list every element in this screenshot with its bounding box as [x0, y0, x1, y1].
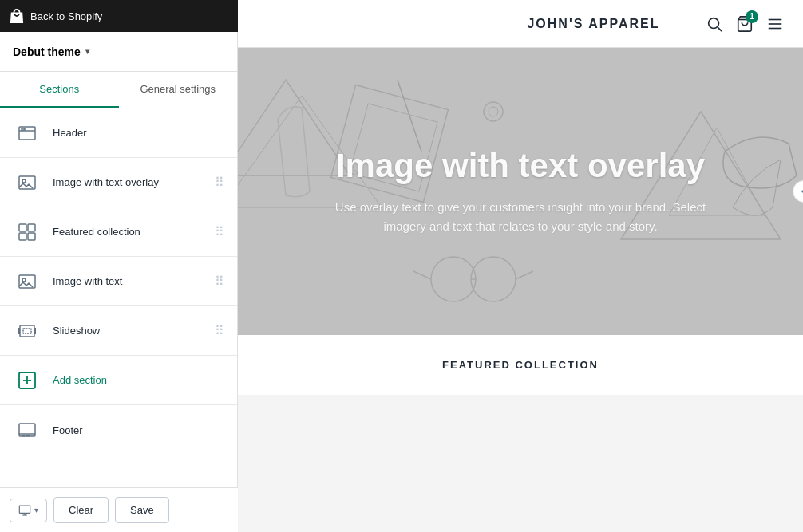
footer-icon — [13, 416, 42, 444]
featured-collection-section: FEATURED COLLECTION — [238, 335, 803, 395]
chevron-down-icon: ▾ — [85, 47, 89, 56]
chevron-down-icon: ▾ — [34, 506, 38, 514]
desktop-icon — [18, 504, 31, 517]
sections-list: Header Image with text overlay ⠿ — [0, 108, 237, 532]
featured-collection-title: FEATURED COLLECTION — [262, 359, 779, 371]
slideshow-label: Slideshow — [53, 325, 215, 337]
hero-title: Image with text overlay — [321, 147, 720, 185]
header-label: Header — [53, 127, 224, 139]
save-button[interactable]: Save — [115, 497, 169, 523]
image-with-text-label: Image with text — [53, 275, 215, 287]
svg-rect-3 — [19, 176, 35, 189]
svg-rect-8 — [28, 233, 35, 240]
hero-subtitle: Use overlay text to give your customers … — [321, 198, 720, 236]
svg-rect-6 — [28, 224, 35, 231]
svg-rect-7 — [19, 233, 26, 240]
store-nav: JOHN'S APPAREL 1 — [238, 0, 803, 48]
shopify-bag-icon — [10, 9, 24, 23]
footer-label: Footer — [53, 424, 224, 436]
nav-icons: 1 — [706, 15, 784, 33]
theme-selector[interactable]: Debut theme ▾ — [0, 32, 237, 72]
clear-button[interactable]: Clear — [53, 497, 109, 523]
svg-rect-5 — [19, 224, 26, 231]
cart-count: 1 — [746, 10, 758, 23]
menu-icon[interactable] — [766, 15, 784, 33]
tab-general-settings[interactable]: General settings — [119, 72, 238, 108]
hero-section: Image with text overlay Use overlay text… — [238, 48, 803, 335]
svg-rect-2 — [22, 128, 25, 130]
preview-area: JOHN'S APPAREL 1 — [238, 0, 803, 532]
svg-rect-14 — [23, 329, 31, 333]
drag-handle-icon[interactable]: ⠿ — [215, 323, 224, 338]
add-section-label: Add section — [53, 374, 107, 386]
svg-point-10 — [22, 278, 26, 282]
svg-point-4 — [22, 179, 26, 183]
header-icon — [13, 119, 42, 148]
add-section-button[interactable]: Add section — [0, 356, 237, 405]
cart-icon[interactable]: 1 — [736, 15, 754, 33]
svg-line-26 — [718, 27, 722, 31]
sidebar: Back to Shopify Debut theme ▾ Sections G… — [0, 0, 238, 532]
section-item-featured-collection[interactable]: Featured collection ⠿ — [0, 207, 237, 257]
svg-point-25 — [709, 18, 719, 28]
drag-handle-icon[interactable]: ⠿ — [215, 175, 224, 190]
hero-overlay-content: Image with text overlay Use overlay text… — [321, 147, 720, 236]
store-title: JOHN'S APPAREL — [481, 17, 706, 31]
svg-rect-22 — [19, 506, 30, 513]
image-overlay-icon — [13, 168, 42, 197]
theme-name: Debut theme — [13, 45, 81, 58]
image-overlay-label: Image with text overlay — [53, 176, 215, 188]
back-to-shopify-label: Back to Shopify — [30, 10, 102, 22]
section-item-header[interactable]: Header — [0, 108, 237, 158]
svg-rect-11 — [20, 325, 34, 337]
section-item-slideshow[interactable]: Slideshow ⠿ — [0, 306, 237, 356]
drag-handle-icon[interactable]: ⠿ — [215, 224, 224, 239]
tab-bar: Sections General settings — [0, 72, 237, 108]
featured-collection-label: Featured collection — [53, 226, 215, 238]
bottom-bar: ▾ Clear Save — [0, 487, 238, 532]
section-item-footer[interactable]: Footer — [0, 405, 237, 455]
drag-handle-icon[interactable]: ⠿ — [215, 274, 224, 289]
featured-collection-icon — [13, 218, 42, 246]
tab-sections[interactable]: Sections — [0, 72, 119, 108]
slideshow-icon — [13, 317, 42, 345]
device-selector[interactable]: ▾ — [10, 499, 47, 522]
image-with-text-icon — [13, 267, 42, 296]
plus-square-icon — [13, 366, 42, 395]
topbar[interactable]: Back to Shopify — [0, 0, 238, 32]
search-icon[interactable] — [706, 15, 723, 33]
chevron-left-icon — [800, 187, 803, 195]
section-item-image-with-text[interactable]: Image with text ⠿ — [0, 257, 237, 306]
svg-rect-9 — [19, 275, 35, 288]
section-item-image-overlay[interactable]: Image with text overlay ⠿ — [0, 158, 237, 207]
